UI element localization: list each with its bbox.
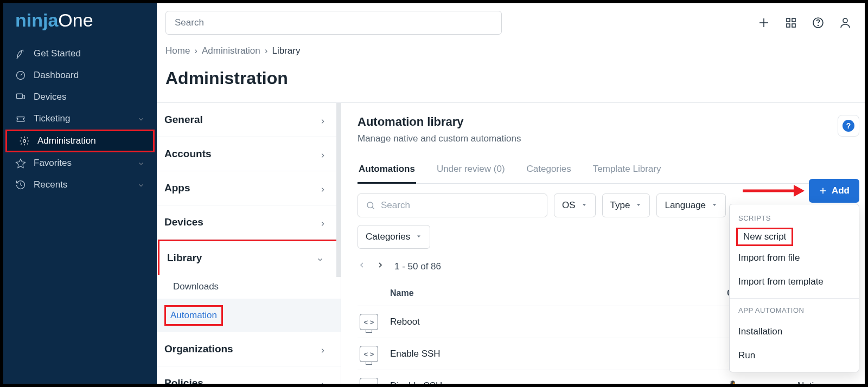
popover-item-run[interactable]: Run: [730, 344, 859, 367]
tab-under-review[interactable]: Under review (0): [436, 158, 506, 183]
chevron-right-icon: [319, 218, 327, 226]
linux-icon: 🐧: [727, 380, 739, 384]
content-columns: General Accounts Apps Devices Library: [157, 102, 865, 384]
svg-rect-10: [792, 24, 795, 27]
script-icon: < >: [360, 378, 378, 384]
popover-item-new-script[interactable]: New script: [743, 231, 786, 242]
sidebar-item-recents[interactable]: Recents: [3, 174, 157, 196]
chevron-down-icon: [137, 181, 145, 189]
sidebar: ninjaOne Get Started Dashboard Devices T: [3, 3, 157, 384]
sidebar-item-get-started[interactable]: Get Started: [3, 43, 157, 64]
subnav-label: Downloads: [173, 281, 219, 292]
svg-point-13: [843, 18, 847, 23]
help-icon[interactable]: [812, 16, 825, 29]
script-icon: < >: [360, 314, 378, 330]
page-title: Administration: [157, 56, 865, 102]
sidebar-item-administration[interactable]: Administration: [5, 130, 155, 152]
subnav-general[interactable]: General: [157, 103, 341, 137]
sidebar-item-dashboard[interactable]: Dashboard: [3, 64, 157, 86]
pager-next[interactable]: [376, 261, 385, 272]
add-button[interactable]: Add: [809, 179, 859, 203]
sidebar-label: Ticketing: [34, 113, 70, 124]
highlight-new-script: New script: [736, 228, 793, 246]
pager-range: 1 - 50 of 86: [394, 261, 441, 272]
subnav-label: Apps: [164, 182, 190, 194]
star-icon: [15, 158, 26, 169]
logo-part-ninja: ninja: [15, 10, 58, 31]
global-search-input[interactable]: Search: [165, 11, 502, 35]
devices-icon: [15, 92, 26, 102]
filter-os[interactable]: OS: [554, 194, 596, 217]
main: Search Home › Administratio: [157, 3, 865, 384]
search-icon: [366, 201, 375, 210]
svg-line-15: [372, 207, 374, 209]
logo: ninjaOne: [3, 8, 157, 43]
sidebar-label: Get Started: [34, 48, 81, 59]
svg-point-14: [367, 202, 373, 208]
th-name: Name: [390, 288, 727, 298]
subnav-apps[interactable]: Apps: [157, 171, 341, 205]
panel-subtitle: Manage native and custom automations: [358, 133, 859, 144]
caret-down-icon: [416, 231, 422, 242]
popover-item-import-file[interactable]: Import from file: [730, 246, 859, 270]
tab-categories[interactable]: Categories: [526, 158, 572, 183]
svg-marker-4: [16, 159, 25, 168]
svg-point-3: [23, 140, 26, 143]
chevron-right-icon: [319, 345, 327, 353]
sidebar-label: Devices: [34, 92, 66, 102]
filter-type[interactable]: Type: [602, 194, 650, 217]
pager-prev[interactable]: [358, 261, 366, 272]
popover-item-installation[interactable]: Installation: [730, 320, 859, 344]
svg-point-12: [818, 25, 819, 26]
svg-marker-17: [637, 204, 640, 207]
breadcrumb-administration[interactable]: Administration: [202, 46, 260, 56]
apps-icon[interactable]: [784, 16, 797, 29]
add-popover: SCRIPTS New script Import from file Impo…: [729, 204, 859, 372]
subnav-library-automation[interactable]: Automation: [157, 299, 341, 332]
filter-search-input[interactable]: Search: [358, 194, 547, 217]
plus-icon[interactable]: [757, 16, 770, 29]
subnav-label: Organizations: [164, 343, 233, 355]
sidebar-item-ticketing[interactable]: Ticketing: [3, 108, 157, 130]
rocket-icon: [15, 48, 26, 59]
subnav-label: Policies: [164, 377, 203, 384]
chevron-right-icon: [319, 150, 327, 158]
subnav-label: Automation: [166, 307, 221, 324]
sidebar-item-favorites[interactable]: Favorites: [3, 152, 157, 174]
highlight-automation: Automation: [164, 305, 223, 326]
subnav-library[interactable]: Library: [158, 240, 340, 275]
subnav-accounts[interactable]: Accounts: [157, 137, 341, 171]
subnav-policies[interactable]: Policies: [157, 366, 341, 384]
caret-down-icon: [581, 200, 588, 211]
chevron-down-icon: [137, 115, 145, 122]
caret-down-icon: [635, 200, 642, 211]
filter-language[interactable]: Language: [656, 194, 726, 217]
filter-search-placeholder: Search: [381, 200, 410, 211]
scrollbar[interactable]: [336, 103, 341, 277]
user-icon[interactable]: [839, 16, 852, 29]
script-icon: < >: [360, 346, 378, 362]
subnav: General Accounts Apps Devices Library: [157, 103, 341, 384]
sidebar-label: Administration: [37, 136, 96, 146]
tab-automations[interactable]: Automations: [358, 158, 416, 183]
panel-title: Automation library: [358, 115, 859, 129]
subnav-devices[interactable]: Devices: [157, 205, 341, 240]
filter-categories[interactable]: Categories: [358, 225, 430, 249]
help-button[interactable]: ?: [838, 115, 859, 137]
chevron-right-icon: [319, 379, 327, 384]
add-button-row: Add: [741, 179, 859, 203]
subnav-library-downloads[interactable]: Downloads: [157, 275, 341, 299]
sidebar-label: Favorites: [34, 158, 72, 169]
sidebar-item-devices[interactable]: Devices: [3, 86, 157, 108]
breadcrumb-home[interactable]: Home: [165, 46, 190, 56]
sidebar-label: Dashboard: [34, 70, 79, 81]
popover-section-app: APP AUTOMATION: [730, 303, 859, 320]
subnav-organizations[interactable]: Organizations: [157, 332, 341, 366]
app-root: ninjaOne Get Started Dashboard Devices T: [3, 3, 865, 384]
gauge-icon: [15, 70, 26, 81]
svg-marker-23: [417, 236, 420, 238]
tab-template-library[interactable]: Template Library: [592, 158, 662, 183]
popover-item-import-template[interactable]: Import from template: [730, 270, 859, 294]
panel: ? Automation library Manage native and c…: [341, 103, 865, 384]
gear-icon: [19, 136, 30, 146]
